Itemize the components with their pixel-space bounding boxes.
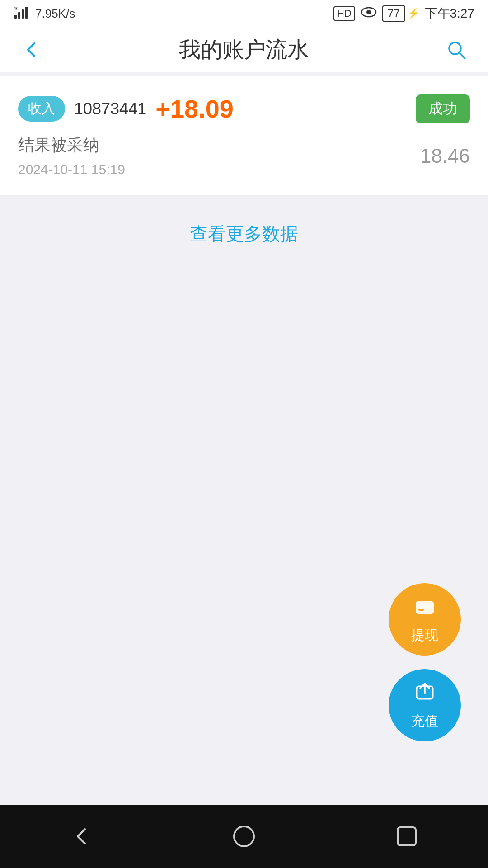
svg-line-8 — [460, 53, 465, 58]
fab-container: 提现 充值 — [389, 583, 461, 741]
income-tag: 收入 — [18, 96, 65, 122]
status-bar: 4G 7.95K/s HD 77 ⚡ 下午3:27 — [0, 0, 488, 27]
header: 我的账户流水 — [0, 27, 488, 72]
content-area — [0, 269, 488, 631]
transaction-datetime: 2024-10-11 15:19 — [18, 162, 420, 177]
svg-rect-10 — [416, 604, 434, 608]
search-button[interactable] — [443, 36, 470, 63]
status-left: 4G 7.95K/s — [14, 4, 75, 24]
svg-rect-1 — [18, 12, 20, 19]
eye-icon — [361, 7, 377, 21]
svg-rect-3 — [25, 7, 28, 19]
svg-text:4G: 4G — [14, 6, 20, 11]
transaction-id: 10873441 — [74, 99, 146, 118]
svg-rect-2 — [22, 9, 24, 19]
amount-change: +18.09 — [155, 94, 234, 123]
nav-back-button[interactable] — [63, 818, 99, 854]
load-more-button[interactable]: 查看更多数据 — [190, 224, 298, 244]
page-title: 我的账户流水 — [45, 35, 443, 64]
load-more-section[interactable]: 查看更多数据 — [0, 199, 488, 269]
transaction-balance: 18.46 — [420, 145, 470, 167]
nav-recents-button[interactable] — [389, 818, 425, 854]
recharge-button[interactable]: 充值 — [389, 669, 461, 741]
withdraw-label: 提现 — [411, 626, 438, 645]
recharge-icon — [413, 680, 436, 708]
battery-icon: 77 ⚡ — [382, 5, 419, 22]
svg-rect-0 — [14, 15, 17, 19]
transaction-info: 结果被采纳 2024-10-11 15:19 — [18, 134, 420, 177]
transaction-top: 收入 10873441 +18.09 成功 — [18, 94, 470, 123]
hd-badge: HD — [333, 6, 355, 21]
recharge-label: 充值 — [411, 712, 438, 731]
svg-rect-14 — [398, 827, 416, 845]
transaction-item: 收入 10873441 +18.09 成功 结果被采纳 2024-10-11 1… — [0, 76, 488, 195]
svg-rect-11 — [418, 609, 424, 611]
header-divider — [0, 72, 488, 76]
status-right: HD 77 ⚡ 下午3:27 — [333, 5, 474, 22]
battery-level: 77 — [382, 5, 405, 22]
transaction-description: 结果被采纳 — [18, 134, 420, 156]
transaction-bottom: 结果被采纳 2024-10-11 15:19 18.46 — [18, 134, 470, 177]
nav-home-button[interactable] — [226, 818, 262, 854]
nav-bar — [0, 805, 488, 868]
section-divider — [0, 195, 488, 199]
signal-icon: 4G — [14, 4, 30, 24]
network-speed: 7.95K/s — [35, 7, 75, 21]
svg-point-13 — [234, 826, 254, 846]
svg-point-6 — [366, 10, 371, 14]
withdraw-icon — [413, 594, 436, 623]
withdraw-button[interactable]: 提现 — [389, 583, 461, 656]
transaction-left: 收入 10873441 +18.09 — [18, 94, 234, 123]
status-badge: 成功 — [416, 94, 470, 123]
time-display: 下午3:27 — [425, 5, 475, 22]
back-button[interactable] — [18, 36, 45, 63]
